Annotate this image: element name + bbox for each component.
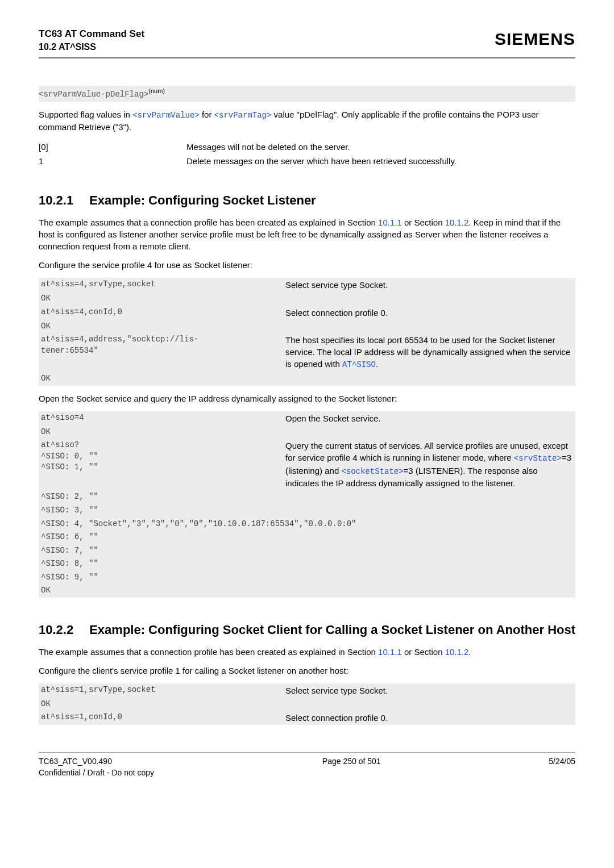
code-comment xyxy=(285,321,573,332)
code-comment xyxy=(285,505,573,516)
link-section[interactable]: 10.1.2 xyxy=(445,218,469,227)
code-comment xyxy=(285,585,573,596)
code-block: at^siss=1,srvType,socketSelect service t… xyxy=(39,683,575,725)
param-name: <srvParmValue-pDelFlag> xyxy=(39,90,148,99)
code-comment xyxy=(285,427,573,438)
page-footer: TC63_ATC_V00.490 Confidential / Draft - … xyxy=(39,752,575,778)
doc-section: 10.2 AT^SISS xyxy=(39,41,144,53)
section-heading: 10.2.1Example: Configuring Socket Listen… xyxy=(39,192,575,210)
footer-confidential: Confidential / Draft - Do not copy xyxy=(39,767,154,779)
code-comment xyxy=(285,491,573,503)
code: at^siss=4,srvType,socket xyxy=(41,279,285,291)
text: for xyxy=(200,110,214,119)
param-key: 1 xyxy=(39,154,186,168)
link-socketstate[interactable]: <socketState> xyxy=(341,467,403,476)
code-comment: Select service type Socket. xyxy=(285,685,573,696)
section-para: The example assumes that a connection pr… xyxy=(39,216,575,252)
section-number: 10.2.1 xyxy=(39,192,73,210)
footer-page: Page 250 of 501 xyxy=(322,756,381,778)
section-para: Configure the service profile 4 for use … xyxy=(39,259,575,271)
section-title: Example: Configuring Socket Client for C… xyxy=(89,623,575,637)
code: at^siso? ^SISO: 0, "" ^SISO: 1, "" xyxy=(41,440,285,489)
brand-logo: SIEMENS xyxy=(495,27,575,51)
code-block: at^siso=4Open the Socket service. OK at^… xyxy=(39,411,575,598)
link-section[interactable]: 10.1.1 xyxy=(378,218,402,227)
param-name-block: <srvParmValue-pDelFlag>(num) xyxy=(39,86,575,102)
footer-docid: TC63_ATC_V00.490 xyxy=(39,756,154,767)
param-value: Messages will not be deleted on the serv… xyxy=(186,140,575,154)
code-comment xyxy=(285,373,573,385)
doc-title: TC63 AT Command Set xyxy=(39,27,144,41)
section-para: The example assumes that a connection pr… xyxy=(39,646,575,658)
code: at^siss=4,address,"socktcp://lis- tener:… xyxy=(41,334,285,371)
text: The example assumes that a connection pr… xyxy=(39,647,378,657)
code: at^siss=1,srvType,socket xyxy=(41,685,285,696)
code-comment xyxy=(285,532,573,543)
link-atsiso[interactable]: AT^SISO xyxy=(342,360,376,369)
param-table: [0] Messages will not be deleted on the … xyxy=(39,140,575,168)
link-srvparmtag[interactable]: <srvParmTag> xyxy=(214,111,272,120)
code-comment xyxy=(285,572,573,583)
code-block: at^siss=4,srvType,socketSelect service t… xyxy=(39,278,575,385)
code-comment: Select connection profile 0. xyxy=(285,307,573,319)
code-comment: Query the current status of services. Al… xyxy=(285,440,573,489)
page-header: TC63 AT Command Set 10.2 AT^SISS SIEMENS xyxy=(39,27,575,59)
code: ^SISO: 7, "" xyxy=(41,545,285,557)
code-comment: Select service type Socket. xyxy=(285,279,573,291)
code: ^SISO: 9, "" xyxy=(41,572,285,583)
param-key: [0] xyxy=(39,140,186,154)
code: ^SISO: 2, "" xyxy=(41,491,285,503)
section-para: Open the Socket service and query the IP… xyxy=(39,393,575,404)
code: ^SISO: 8, "" xyxy=(41,558,285,570)
code: OK xyxy=(41,699,285,710)
text: The host specifies its local port 65534 … xyxy=(285,335,570,369)
code: OK xyxy=(41,427,285,438)
code-comment xyxy=(285,699,573,710)
section-para: Configure the client's service profile 1… xyxy=(39,665,575,677)
code: OK xyxy=(41,321,285,332)
section-number: 10.2.2 xyxy=(39,621,73,639)
link-srvstate[interactable]: <srvState> xyxy=(514,454,562,463)
code: at^siss=1,conId,0 xyxy=(41,712,285,724)
text: or Section xyxy=(402,647,445,657)
code: ^SISO: 4, "Socket","3","3","0","0","10.1… xyxy=(41,519,573,530)
code-comment: Select connection profile 0. xyxy=(285,712,573,724)
section-title: Example: Configuring Socket Listener xyxy=(89,193,316,207)
text: The example assumes that a connection pr… xyxy=(39,218,378,227)
code-comment: Open the Socket service. xyxy=(285,412,573,424)
footer-left: TC63_ATC_V00.490 Confidential / Draft - … xyxy=(39,756,154,778)
code-comment xyxy=(285,558,573,570)
link-section[interactable]: 10.1.1 xyxy=(378,647,402,657)
section-heading: 10.2.2Example: Configuring Socket Client… xyxy=(39,621,575,639)
code-comment xyxy=(285,293,573,304)
text: . xyxy=(376,359,378,369)
code-comment: The host specifies its local port 65534 … xyxy=(285,334,573,371)
code: at^siss=4,conId,0 xyxy=(41,307,285,319)
code: at^siso=4 xyxy=(41,412,285,424)
code: OK xyxy=(41,585,285,596)
code: ^SISO: 3, "" xyxy=(41,505,285,516)
param-value: Delete messages on the server which have… xyxy=(186,154,575,168)
code: OK xyxy=(41,373,285,385)
text: Supported flag values in xyxy=(39,110,132,119)
text: . xyxy=(468,647,471,657)
footer-date: 5/24/05 xyxy=(549,756,575,778)
param-desc: Supported flag values in <srvParmValue> … xyxy=(39,108,575,133)
text: or Section xyxy=(402,218,445,227)
table-row: 1 Delete messages on the server which ha… xyxy=(39,154,575,168)
param-sup: (num) xyxy=(148,87,165,94)
code-comment xyxy=(285,545,573,557)
table-row: [0] Messages will not be deleted on the … xyxy=(39,140,575,154)
link-section[interactable]: 10.1.2 xyxy=(445,647,469,657)
code: OK xyxy=(41,293,285,304)
link-srvparmvalue[interactable]: <srvParmValue> xyxy=(132,111,200,120)
code: ^SISO: 6, "" xyxy=(41,532,285,543)
header-left: TC63 AT Command Set 10.2 AT^SISS xyxy=(39,27,144,53)
